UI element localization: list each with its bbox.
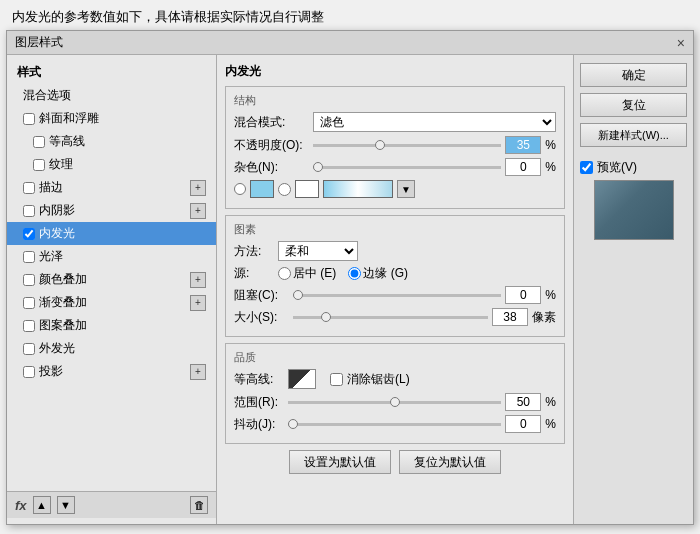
neiyinying-plus[interactable]: + — [190, 203, 206, 219]
quality-section: 品质 等高线: 消除锯齿(L) 范围(R): % — [225, 343, 565, 444]
size-label: 大小(S): — [234, 309, 289, 326]
up-arrow-button[interactable]: ▲ — [33, 496, 51, 514]
header-title: 内发光的参考数值如下，具体请根据实际情况自行调整 — [12, 9, 324, 24]
smooth-label: 消除锯齿(L) — [347, 371, 410, 388]
opacity-slider[interactable] — [313, 144, 501, 147]
noise-label: 杂色(N): — [234, 159, 309, 176]
yansedie-checkbox[interactable] — [23, 274, 35, 286]
jiandiedie-plus[interactable]: + — [190, 295, 206, 311]
size-input[interactable] — [492, 308, 528, 326]
blend-mode-label: 混合模式: — [234, 114, 309, 131]
preview-label: 预览(V) — [597, 159, 637, 176]
color-swatch-gradient[interactable] — [323, 180, 393, 198]
close-button[interactable]: × — [677, 36, 685, 50]
color-swatch-solid[interactable] — [250, 180, 274, 198]
right-panel: 确定 复位 新建样式(W)... 预览(V) — [573, 55, 693, 524]
structure-section: 结构 混合模式: 滤色 不透明度(O): 35 % 杂色(N): — [225, 86, 565, 209]
touying-plus[interactable]: + — [190, 364, 206, 380]
source-edge-radio[interactable] — [348, 267, 361, 280]
left-panel: 样式 混合选项 斜面和浮雕 等高线 — [7, 55, 217, 524]
color-swatch-white[interactable] — [295, 180, 319, 198]
jiandiedie-label: 渐变叠加 — [39, 294, 87, 311]
blend-mode-select[interactable]: 滤色 — [313, 112, 556, 132]
preview-box — [594, 180, 674, 240]
page-header: 内发光的参考数值如下，具体请根据实际情况自行调整 — [0, 0, 700, 34]
reset-default-button[interactable]: 复位为默认值 — [399, 450, 501, 474]
sidebar-item-yansedie[interactable]: 颜色叠加 + — [7, 268, 216, 291]
range-percent: % — [545, 395, 556, 409]
jiandiedie-checkbox[interactable] — [23, 297, 35, 309]
color-dropdown-btn[interactable]: ▼ — [397, 180, 415, 198]
neiyinying-checkbox[interactable] — [23, 205, 35, 217]
smooth-checkbox[interactable] — [330, 373, 343, 386]
waifaguang-label: 外发光 — [39, 340, 75, 357]
waifaguang-checkbox[interactable] — [23, 343, 35, 355]
denggao-checkbox[interactable] — [33, 136, 45, 148]
preview-checkbox[interactable] — [580, 161, 593, 174]
method-select[interactable]: 柔和 — [278, 241, 358, 261]
sidebar-item-guangze[interactable]: 光泽 — [7, 245, 216, 268]
source-edge-label: 边缘 (G) — [363, 265, 408, 282]
confirm-button[interactable]: 确定 — [580, 63, 687, 87]
quality-title: 品质 — [234, 350, 556, 365]
structure-title: 结构 — [234, 93, 556, 108]
opacity-input[interactable]: 35 — [505, 136, 541, 154]
tuban-checkbox[interactable] — [23, 320, 35, 332]
sidebar-item-tuban[interactable]: 图案叠加 — [7, 314, 216, 337]
sidebar-item-xiehefu[interactable]: 斜面和浮雕 — [7, 107, 216, 130]
dialog-titlebar: 图层样式 × — [7, 31, 693, 55]
trash-button[interactable]: 🗑 — [190, 496, 208, 514]
source-label: 源: — [234, 265, 274, 282]
wenli-label: 纹理 — [49, 156, 73, 173]
range-label: 范围(R): — [234, 394, 284, 411]
sidebar-item-neifaguang[interactable]: 内发光 — [7, 222, 216, 245]
opacity-percent: % — [545, 138, 556, 152]
neifaguang-checkbox[interactable] — [23, 228, 35, 240]
fx-label: fx — [15, 498, 27, 513]
new-style-button[interactable]: 新建样式(W)... — [580, 123, 687, 147]
reset-button[interactable]: 复位 — [580, 93, 687, 117]
contour-swatch[interactable] — [288, 369, 316, 389]
noise-slider[interactable] — [313, 166, 501, 169]
sidebar-item-hunhe[interactable]: 混合选项 — [7, 84, 216, 107]
jitter-slider[interactable] — [288, 423, 501, 426]
color-radio[interactable] — [234, 183, 246, 195]
guangze-label: 光泽 — [39, 248, 63, 265]
touying-checkbox[interactable] — [23, 366, 35, 378]
sidebar-item-miaobian[interactable]: 描边 + — [7, 176, 216, 199]
wenli-checkbox[interactable] — [33, 159, 45, 171]
sidebar-item-denggao[interactable]: 等高线 — [7, 130, 216, 153]
yansedie-plus[interactable]: + — [190, 272, 206, 288]
sidebar-item-touying[interactable]: 投影 + — [7, 360, 216, 383]
sidebar-item-wenli[interactable]: 纹理 — [7, 153, 216, 176]
set-default-button[interactable]: 设置为默认值 — [289, 450, 391, 474]
dialog-title: 图层样式 — [15, 34, 63, 51]
bottom-buttons: 设置为默认值 复位为默认值 — [225, 450, 565, 474]
source-center-label: 居中 (E) — [293, 265, 336, 282]
choke-input[interactable] — [505, 286, 541, 304]
sidebar-item-jiandiedie[interactable]: 渐变叠加 + — [7, 291, 216, 314]
jitter-percent: % — [545, 417, 556, 431]
range-input[interactable] — [505, 393, 541, 411]
inner-glow-title: 内发光 — [225, 63, 565, 80]
sidebar-item-neiyinying[interactable]: 内阴影 + — [7, 199, 216, 222]
noise-percent: % — [545, 160, 556, 174]
choke-label: 阻塞(C): — [234, 287, 289, 304]
gradient-radio[interactable] — [278, 183, 291, 196]
down-arrow-button[interactable]: ▼ — [57, 496, 75, 514]
jitter-input[interactable] — [505, 415, 541, 433]
miaobian-checkbox[interactable] — [23, 182, 35, 194]
hunhe-label: 混合选项 — [23, 87, 71, 104]
left-footer: fx ▲ ▼ 🗑 — [7, 491, 216, 518]
miaobian-plus[interactable]: + — [190, 180, 206, 196]
guangze-checkbox[interactable] — [23, 251, 35, 263]
choke-slider[interactable] — [293, 294, 501, 297]
xiehefu-checkbox[interactable] — [23, 113, 35, 125]
sidebar-item-waifaguang[interactable]: 外发光 — [7, 337, 216, 360]
range-slider[interactable] — [288, 401, 501, 404]
size-slider[interactable] — [293, 316, 488, 319]
noise-input[interactable]: 0 — [505, 158, 541, 176]
source-center-radio[interactable] — [278, 267, 291, 280]
neifaguang-label: 内发光 — [39, 225, 75, 242]
elements-title: 图素 — [234, 222, 556, 237]
